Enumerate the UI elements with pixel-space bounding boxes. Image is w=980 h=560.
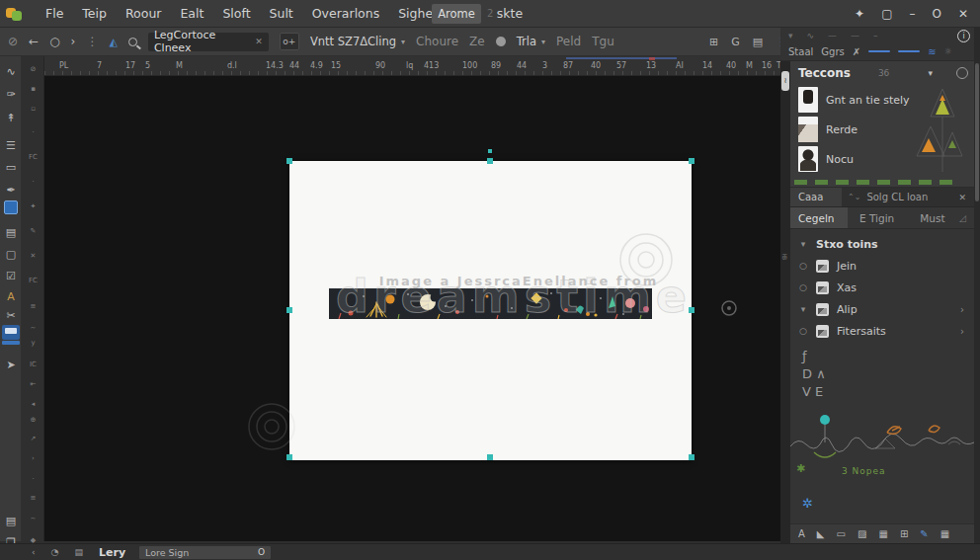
menu-item[interactable]: Fle [45, 6, 63, 21]
list-icon[interactable]: ▤ [74, 547, 83, 557]
tab-caaa[interactable]: Caaa [790, 188, 842, 206]
mini-tool-icon[interactable]: y [22, 339, 44, 347]
selection-handle[interactable] [286, 454, 292, 460]
selection-handle[interactable] [487, 454, 493, 460]
scrollbar-thumb[interactable] [975, 63, 979, 201]
tree-group-header[interactable]: ▾ Stxo toins [790, 233, 974, 255]
selection-handle[interactable] [689, 454, 694, 460]
menu-item[interactable]: Sighe [398, 6, 433, 21]
layers-icon[interactable]: ◭ [109, 36, 117, 48]
back-icon[interactable]: ‹ [32, 547, 36, 557]
mini-tool-icon[interactable]: ⊘ [22, 65, 44, 73]
mini-tool-icon[interactable]: ↗ [22, 435, 44, 442]
visibility-toggle-icon[interactable]: ○ [798, 282, 808, 292]
mini-tool-icon[interactable]: ≡ [22, 302, 44, 310]
forward-icon[interactable]: › [71, 35, 76, 48]
sort-chevrons-icon[interactable]: ⌃⌄ [848, 193, 860, 201]
clear-search-icon[interactable]: ✕ [255, 37, 263, 46]
canvas-area[interactable]: Image a JessrcaEnellance from dreamstime [44, 76, 780, 541]
chevron-down-icon[interactable]: ▾ [928, 68, 933, 78]
frame-tool-icon[interactable]: ▭ [837, 528, 846, 539]
pattern-tool-icon[interactable]: ▨ [858, 528, 866, 539]
tool-icon[interactable]: ✑ [0, 88, 22, 101]
window-control-button[interactable]: ✦ [855, 7, 864, 21]
status-input[interactable]: Lore Sign O [139, 546, 271, 559]
clock-icon[interactable]: ◔ [51, 547, 59, 557]
insert-button[interactable]: o+ [280, 33, 299, 50]
artboard[interactable] [289, 161, 692, 460]
search-input[interactable]: LegCortoce Clneex ✕ [148, 33, 269, 51]
tool-icon[interactable]: ✒ [0, 184, 22, 197]
settings-icon[interactable] [956, 67, 968, 79]
selection-handle[interactable] [689, 307, 694, 313]
trla-dropdown[interactable]: Trla ▾ [517, 35, 545, 48]
pen-tool-icon[interactable]: ✎ [920, 528, 928, 539]
menu-item[interactable]: Sult [270, 6, 293, 21]
mini-tool-icon[interactable]: FC [22, 153, 44, 161]
visibility-toggle-icon[interactable]: ○ [798, 261, 808, 271]
tree-item[interactable]: ○ Jein [790, 255, 974, 277]
mini-tool-icon[interactable]: · [22, 128, 44, 136]
selected-shape-tool[interactable] [4, 200, 18, 214]
close-icon[interactable]: ✕ [958, 193, 966, 202]
chevron-down-icon[interactable]: ▾ [798, 239, 808, 249]
mini-tool-icon[interactable]: ▫ [22, 105, 44, 113]
tool-icon[interactable]: ↟ [0, 112, 22, 124]
selection-handle[interactable] [286, 307, 292, 313]
disable-icon[interactable]: ⊘ [8, 35, 18, 48]
selection-handle[interactable] [487, 158, 493, 164]
window-control-button[interactable]: O [932, 7, 940, 21]
selection-handle[interactable] [488, 149, 492, 153]
chevron-right-icon[interactable]: › [960, 326, 964, 337]
tab-tigin[interactable]: E Tigin [859, 212, 894, 224]
tab-search-label[interactable]: Solg CL loan [866, 192, 928, 202]
close-icon[interactable]: ✗ [853, 46, 860, 57]
selection-handle[interactable] [286, 158, 292, 164]
mini-tool-icon[interactable]: · [22, 178, 44, 186]
slider-track[interactable] [898, 50, 920, 52]
mini-tool-icon[interactable]: IC [22, 360, 44, 368]
panel-dropdown-value[interactable]: 36 [878, 68, 889, 78]
corner-tool-icon[interactable]: ◿ [959, 213, 966, 223]
mini-tool-icon[interactable]: ✦ [22, 202, 44, 210]
menu-item[interactable]: Ealt [180, 6, 204, 21]
tool-icon[interactable]: ▢ [0, 248, 22, 261]
banner-layer[interactable] [329, 288, 652, 319]
tool-icon[interactable]: ∿ [0, 65, 22, 78]
slider-track[interactable] [868, 50, 890, 52]
panel-drag-handle[interactable]: ≀ [781, 71, 789, 91]
mini-tool-icon[interactable]: ⊕ [22, 416, 44, 424]
arome-button[interactable]: Arome [432, 4, 481, 24]
tab-cegeln[interactable]: Cegeln [790, 207, 848, 228]
mini-tool-icon[interactable]: ~ [22, 515, 44, 522]
tool-icon[interactable]: ☑ [0, 270, 22, 282]
toolbar-icon[interactable]: G [731, 36, 740, 48]
selection-handle[interactable] [689, 158, 694, 164]
tab-must[interactable]: Must [920, 212, 944, 224]
tool-icon[interactable]: ▤ [0, 226, 22, 239]
menu-item[interactable]: Sloft [222, 6, 250, 21]
menu-item[interactable]: Teip [82, 6, 107, 21]
text-tool-icon[interactable]: A [798, 528, 805, 539]
window-control-button[interactable]: ✕ [958, 7, 968, 21]
tool-icon[interactable]: ▤ [0, 515, 22, 527]
mini-tool-icon[interactable]: ◂ [22, 400, 44, 408]
mini-tool-icon[interactable]: ≡ [22, 494, 44, 502]
visibility-toggle-icon[interactable]: ○ [798, 326, 808, 336]
toolbar-icon[interactable]: ▤ [753, 36, 763, 48]
window-control-button[interactable]: ▢ [881, 7, 892, 21]
mini-tool-icon[interactable]: ✕ [22, 252, 44, 260]
shape-tool-icon[interactable]: ◣ [817, 528, 825, 539]
tool-icon[interactable]: ▭ [0, 161, 22, 174]
tree-item[interactable]: ○ Xas [790, 277, 974, 298]
more-icon[interactable]: ⋮ [86, 35, 98, 48]
active-card-tool[interactable] [2, 325, 20, 340]
toolbar-icon[interactable]: ⊞ [709, 36, 718, 48]
wave-settings-icon[interactable]: ≋ [928, 46, 936, 57]
tool-icon[interactable]: A [0, 290, 22, 303]
menu-item[interactable]: skte [497, 6, 523, 21]
mini-tool-icon[interactable]: › [22, 454, 44, 462]
tool-icon[interactable]: ✂ [0, 309, 22, 322]
vertical-scrollbar[interactable] [974, 28, 980, 543]
color-swatch-icon[interactable] [496, 37, 506, 46]
